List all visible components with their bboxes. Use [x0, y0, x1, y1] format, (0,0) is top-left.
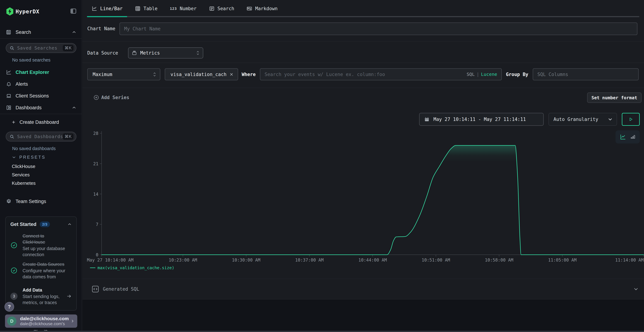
svg-text:0: 0 — [96, 252, 98, 258]
user-menu[interactable]: D dale@clickhouse.com dale@clickhouse.co… — [5, 314, 77, 328]
close-icon[interactable] — [229, 72, 234, 77]
chart-name-label: Chart Name — [87, 26, 116, 31]
sidebar-collapse-icon[interactable] — [70, 8, 77, 15]
event-search-input[interactable]: Search your events w/ Lucene ex. column:… — [260, 68, 502, 80]
sidebar-section-search[interactable]: Search — [6, 28, 76, 36]
sidebar-item-label: Dashboards — [16, 105, 42, 110]
sidebar-item-dashboards[interactable]: Dashboards — [6, 102, 76, 114]
data-source-select[interactable]: Metrics — [128, 48, 203, 58]
get-started-item-description: Start sending logs, metrics, or traces — [22, 293, 65, 306]
search-section-icon — [6, 30, 11, 35]
aggregation-select[interactable]: Maximum — [87, 68, 160, 80]
run-query-button[interactable] — [622, 113, 640, 126]
get-started-item-title: Create Data Sources — [22, 261, 72, 267]
get-started-item-connect[interactable]: Connect to ClickHouse Set up your databa… — [10, 233, 72, 258]
number-123-icon: 123 — [170, 6, 177, 11]
help-button[interactable]: ? — [4, 302, 14, 312]
no-saved-searches-text: No saved searches — [12, 58, 50, 62]
sidebar-item-label: Chart Explorer — [16, 70, 49, 75]
language-toggle[interactable]: SQL|Lucene — [466, 72, 497, 77]
granularity-select[interactable]: Auto Granularity — [548, 113, 617, 126]
language-option-lucene[interactable]: Lucene — [481, 72, 497, 77]
where-label: Where — [242, 68, 256, 80]
get-started-item-title: Connect to ClickHouse — [22, 233, 53, 245]
main-content: Line/Bar Table 123 Number Search — [82, 0, 644, 332]
date-range-picker[interactable]: May 27 10:14:11 - May 27 11:14:11 — [419, 113, 544, 126]
avatar: D — [7, 316, 16, 326]
get-started-item-add-data[interactable]: 3 Add Data Start sending logs, metrics, … — [10, 287, 72, 306]
chevron-down-icon — [608, 117, 613, 122]
code-icon — [92, 285, 99, 293]
preset-item-services[interactable]: Services — [12, 171, 30, 179]
sidebar-item-team-settings[interactable]: Team Settings — [6, 197, 46, 206]
sidebar-item-label: Alerts — [16, 82, 28, 87]
sidebar-item-client-sessions[interactable]: Client Sessions — [6, 90, 76, 102]
step-number-badge: 3 — [10, 293, 18, 300]
create-dashboard-label: Create Dashboard — [20, 120, 59, 125]
team-settings-label: Team Settings — [16, 199, 46, 204]
get-started-item-title: Add Data — [22, 287, 65, 293]
create-dashboard-button[interactable]: Create Dashboard — [11, 118, 59, 126]
tab-number[interactable]: 123 Number — [165, 0, 201, 17]
granularity-value: Auto Granularity — [554, 117, 608, 122]
aggregation-value: Maximum — [93, 72, 153, 77]
datasource-icon — [132, 50, 137, 56]
sidebar-item-label: Client Sessions — [16, 93, 49, 99]
search-section-label: Search — [16, 30, 31, 35]
saved-dashboards-input[interactable]: Saved Dashboards ⌘K — [6, 132, 76, 142]
timeseries-chart[interactable]: 07142128May 27 10:14:00 AM10:23:00 AM10:… — [82, 125, 644, 276]
saved-dashboards-placeholder: Saved Dashboards — [17, 134, 63, 139]
no-saved-dashboards-text: No saved dashboards — [12, 146, 56, 151]
sidebar-item-chart-explorer[interactable]: Chart Explorer — [6, 66, 76, 78]
preset-item-clickhouse[interactable]: ClickHouse — [12, 162, 36, 171]
svg-text:11:14:00 AM: 11:14:00 AM — [615, 258, 644, 262]
saved-searches-placeholder: Saved Searches — [17, 46, 63, 50]
chevron-up-icon[interactable] — [72, 30, 76, 34]
preset-item-kubernetes[interactable]: Kubernetes — [12, 179, 36, 188]
event-search-placeholder: Search your events w/ Lucene ex. column:… — [264, 72, 466, 77]
group-by-input[interactable]: SQL Columns — [533, 68, 639, 80]
sidebar: HyperDX Search Saved Searches ⌘K No save… — [0, 0, 82, 332]
dashboard-layout-icon — [6, 105, 12, 110]
get-started-item-description: Set up your database connection — [22, 246, 72, 258]
add-series-label: Add Series — [101, 95, 129, 100]
tab-markdown[interactable]: Markdown — [242, 0, 282, 17]
check-circle-icon — [10, 267, 18, 274]
chevron-right-icon — [70, 319, 74, 323]
svg-text:10:51:00 AM: 10:51:00 AM — [422, 258, 450, 262]
language-separator: | — [475, 72, 481, 77]
data-source-value: Metrics — [140, 50, 196, 56]
divider — [82, 299, 644, 300]
chart-name-input[interactable]: My Chart Name — [120, 22, 638, 35]
tab-line-bar[interactable]: Line/Bar — [87, 0, 127, 17]
chevron-up-icon[interactable] — [72, 105, 76, 110]
tab-search[interactable]: Search — [204, 0, 239, 17]
svg-text:11:05:00 AM: 11:05:00 AM — [548, 258, 576, 262]
presets-toggle[interactable]: PRESETS — [12, 155, 46, 160]
laptop-icon — [6, 93, 12, 99]
tab-table[interactable]: Table — [130, 0, 162, 17]
generated-sql-toggle[interactable]: Generated SQL — [82, 279, 644, 299]
divider — [82, 41, 644, 42]
chevron-up-icon[interactable] — [68, 222, 72, 226]
plus-circle-icon — [94, 95, 99, 100]
saved-searches-input[interactable]: Saved Searches ⌘K — [6, 43, 76, 53]
set-number-format-button[interactable]: Set number format — [587, 92, 642, 103]
arrow-right-icon — [66, 294, 72, 299]
document-list-icon — [209, 6, 215, 12]
group-by-label: Group By — [506, 68, 528, 80]
get-started-item-datasources[interactable]: Create Data Sources Configure where your… — [10, 261, 72, 280]
add-series-button[interactable]: Add Series — [94, 92, 129, 103]
avatar-initial: D — [10, 318, 14, 324]
get-started-title: Get Started — [10, 222, 36, 227]
sidebar-item-alerts[interactable]: Alerts — [6, 78, 76, 90]
sidebar-divider — [0, 114, 82, 114]
hyperdx-logo-icon — [6, 7, 14, 16]
language-option-sql[interactable]: SQL — [466, 72, 474, 77]
play-icon — [628, 117, 633, 122]
divider — [82, 88, 644, 88]
user-info: dale@clickhouse.com dale@clickhouse.com'… — [20, 316, 70, 326]
table-icon — [135, 6, 140, 12]
calendar-icon — [424, 117, 430, 122]
metric-tag[interactable]: visa_validation_cach — [165, 68, 238, 80]
